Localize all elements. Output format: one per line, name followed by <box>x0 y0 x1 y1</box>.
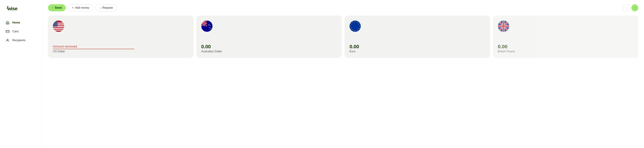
amount-removed-label: Amount removed <box>53 45 188 48</box>
svg-point-42 <box>350 21 361 32</box>
svg-rect-0 <box>6 30 9 33</box>
amount-removed-line <box>53 49 134 49</box>
sidebar-item-card-label: Card <box>12 30 18 33</box>
action-bar: ↑ Send + Add money ↓ Request ‹ › <box>48 4 638 11</box>
gbp-card-bottom: 0.00 British Pound <box>498 44 634 53</box>
request-label: Request <box>102 6 113 9</box>
home-icon <box>6 21 10 25</box>
flag-gb <box>498 21 509 32</box>
sidebar: ⁷wise Home Card <box>0 0 42 148</box>
logo: ⁷wise <box>0 6 42 19</box>
nav-menu: Home Card Recipients <box>0 19 42 44</box>
svg-rect-13 <box>53 30 64 31</box>
svg-point-37 <box>210 25 211 26</box>
svg-rect-11 <box>53 28 64 29</box>
add-money-label: Add money <box>75 6 89 9</box>
request-icon: ↓ <box>100 6 101 9</box>
sidebar-item-recipients-label: Recipients <box>12 39 26 42</box>
logo-text: ⁷wise <box>6 6 18 11</box>
svg-point-38 <box>209 27 210 28</box>
usd-currency-name: US Dollar <box>53 50 188 53</box>
flag-au <box>201 21 212 32</box>
carousel-nav: ‹ › <box>623 4 638 11</box>
sidebar-item-home-label: Home <box>12 21 20 24</box>
send-label: Send <box>55 6 62 9</box>
request-button[interactable]: ↓ Request <box>95 4 117 11</box>
main-content: ↑ Send + Add money ↓ Request ‹ › <box>42 0 644 148</box>
svg-point-39 <box>210 28 211 29</box>
svg-rect-10 <box>53 27 64 28</box>
svg-point-2 <box>7 39 8 40</box>
usd-card-bottom: Amount removed US Dollar <box>53 45 188 53</box>
svg-rect-63 <box>498 26 509 27</box>
add-money-button[interactable]: + Add money <box>68 4 93 11</box>
flag-eu <box>350 21 361 32</box>
sidebar-item-recipients[interactable]: Recipients <box>3 36 39 44</box>
eur-card-bottom: 0.00 Euro <box>350 44 485 53</box>
gbp-amount: 0.00 <box>498 44 634 49</box>
svg-rect-14 <box>53 31 64 32</box>
flag-us: ★ ★ ★ ★ ★ ★ ★ ★ ★ ★ ★ ★ ★ ★ ★ ★ ★ ★ ★ ★ … <box>53 21 64 32</box>
currency-card-usd[interactable]: ★ ★ ★ ★ ★ ★ ★ ★ ★ ★ ★ ★ ★ ★ ★ ★ ★ ★ ★ ★ … <box>48 16 194 58</box>
card-icon <box>6 30 10 33</box>
logo-arrow: ⁷ <box>6 6 8 11</box>
svg-text:★ ★ ★ ★ ★ ★: ★ ★ ★ ★ ★ ★ <box>53 25 58 26</box>
aud-card-bottom: 0.00 Australian Dollar <box>201 44 337 53</box>
eur-amount: 0.00 <box>350 44 485 49</box>
sidebar-item-card[interactable]: Card <box>3 27 39 36</box>
currency-card-aud[interactable]: 0.00 Australian Dollar <box>196 16 342 58</box>
currency-cards-row: ★ ★ ★ ★ ★ ★ ★ ★ ★ ★ ★ ★ ★ ★ ★ ★ ★ ★ ★ ★ … <box>48 16 638 144</box>
gbp-currency-name: British Pound <box>498 50 634 53</box>
svg-point-40 <box>210 30 210 30</box>
aud-currency-name: Australian Dollar <box>201 50 337 53</box>
sidebar-item-home[interactable]: Home <box>3 19 39 27</box>
recipients-icon <box>6 38 10 42</box>
add-money-icon: + <box>72 6 74 9</box>
prev-icon: ‹ <box>626 6 627 9</box>
aud-amount: 0.00 <box>201 44 337 49</box>
eur-currency-name: Euro <box>350 50 485 53</box>
prev-button[interactable]: ‹ <box>623 4 630 11</box>
svg-rect-15 <box>53 21 64 22</box>
send-icon: ↑ <box>52 6 54 9</box>
currency-card-gbp[interactable]: 0.00 British Pound <box>493 16 638 58</box>
svg-rect-12 <box>53 29 64 30</box>
send-button[interactable]: ↑ Send <box>48 4 66 11</box>
next-icon: › <box>634 6 635 9</box>
next-button[interactable]: › <box>631 4 638 11</box>
currency-card-eur[interactable]: 0.00 Euro <box>344 16 490 58</box>
